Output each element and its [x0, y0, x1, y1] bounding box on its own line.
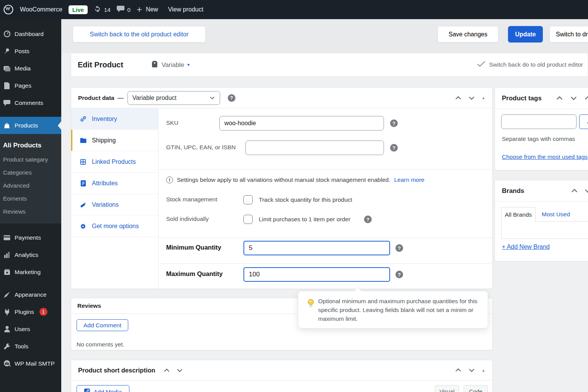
sku-input[interactable]	[219, 116, 384, 131]
sku-help-icon[interactable]: ?	[390, 119, 398, 127]
limit-purchases-checkbox[interactable]	[243, 215, 253, 224]
max-quantity-input[interactable]	[243, 267, 390, 282]
comments-group[interactable]: 0	[117, 6, 131, 14]
admin-bar: WooCommerce Live 14 0 + New View product	[0, 0, 588, 19]
attributes-icon	[79, 180, 87, 187]
min-quantity-row: Minimum Quantity ?	[158, 241, 492, 255]
divider	[495, 109, 588, 109]
updates-group[interactable]: 14	[94, 5, 111, 14]
min-quantity-help-icon[interactable]: ?	[395, 244, 403, 252]
gtin-help-icon[interactable]: ?	[390, 144, 398, 152]
sidebar-item-payments[interactable]: Payments	[0, 229, 61, 246]
sidebar-item-products[interactable]: Products	[0, 117, 61, 134]
short-description-title: Product short description	[78, 367, 155, 374]
sidebar-subitem-advanced[interactable]: Advanced	[0, 179, 61, 192]
track-stock-checkbox[interactable]	[243, 195, 253, 204]
panel-move-down-icon[interactable]	[468, 95, 475, 101]
update-button[interactable]: Update	[508, 26, 543, 42]
tab-linked-products[interactable]: Linked Products	[71, 151, 158, 173]
panel-extra-icon[interactable]	[584, 95, 588, 102]
panel-move-down-icon[interactable]	[570, 95, 577, 102]
product-type-selector[interactable]: Variable ▾	[151, 60, 189, 69]
learn-more-link[interactable]: Learn more	[394, 176, 424, 183]
panel-move-down-icon[interactable]	[468, 367, 475, 374]
max-quantity-row: Maximum Quantity ?	[158, 267, 492, 282]
all-brands-tab[interactable]: All Brands	[501, 207, 536, 222]
min-quantity-input[interactable]	[243, 241, 390, 255]
sidebar-item-dashboard[interactable]: Dashboard	[0, 25, 61, 42]
gtin-input[interactable]	[245, 140, 384, 155]
tab-variations[interactable]: Variations	[71, 194, 158, 216]
sidebar-item-plugins[interactable]: Plugins 1	[0, 303, 61, 320]
panel-move-up-icon[interactable]	[455, 367, 462, 374]
sidebar-subitem-eornents[interactable]: Eornents	[0, 192, 61, 205]
tab-attributes[interactable]: Attributes	[71, 173, 158, 194]
new-button[interactable]: + New	[137, 5, 158, 14]
panel-move-up-icon[interactable]	[556, 95, 563, 102]
sidebar-subitem-product-category[interactable]: Product sategary	[0, 153, 61, 166]
add-tag-button[interactable]: Add	[579, 114, 588, 129]
sidebar-item-posts[interactable]: Posts	[0, 42, 61, 60]
product-data-help-icon[interactable]: ?	[228, 94, 235, 102]
sidebar-item-marketing[interactable]: Marketing	[0, 263, 61, 281]
title-move-up-icon[interactable]	[163, 367, 170, 374]
panel-collapse-icon[interactable]: ▲	[482, 96, 485, 100]
sidebar-item-users[interactable]: Users	[0, 320, 61, 338]
tab-shipping[interactable]: Shipping	[71, 130, 158, 151]
appearance-icon	[2, 291, 11, 298]
most-used-tab[interactable]: Most Used	[542, 211, 570, 218]
lightbulb-icon	[307, 299, 315, 309]
sidebar-item-media[interactable]: Media	[0, 60, 61, 77]
updates-count: 14	[104, 7, 111, 13]
tab-inventory[interactable]: Inventory	[71, 108, 158, 130]
tab-label: Linked Products	[92, 158, 136, 165]
new-label: New	[146, 6, 158, 13]
sold-individually-help-icon[interactable]: ?	[364, 216, 372, 223]
choose-most-used-link[interactable]: Choose from the most used tags	[502, 154, 588, 160]
short-description-header: Product short description ▲	[71, 360, 492, 380]
sidebar-subitem-categories[interactable]: Categories	[0, 166, 61, 179]
sidebar-item-label: Tools	[15, 343, 28, 350]
sidebar-item-comments[interactable]: Comments	[0, 94, 61, 111]
tab-label: Inventory	[92, 116, 117, 122]
visual-tab[interactable]: Visual	[435, 385, 459, 392]
marketing-icon	[2, 269, 11, 275]
add-media-button[interactable]: Add Media	[77, 385, 129, 392]
add-new-brand-link[interactable]: + Add New Brand	[502, 243, 550, 250]
tab-get-more-options[interactable]: Get more options	[71, 216, 158, 237]
sidebar-subitem-all-products[interactable]: Ali Products	[0, 138, 61, 153]
sku-row: SKU ?	[158, 116, 492, 131]
panel-move-up-icon[interactable]	[455, 95, 462, 101]
sidebar-item-tools[interactable]: Tools	[0, 338, 61, 355]
wordpress-logo-icon[interactable]	[3, 4, 14, 15]
min-quantity-label: Minimum Quantity	[166, 244, 221, 251]
sidebar-item-wp-mail-smtp[interactable]: WP Mail SMTP	[0, 355, 61, 372]
site-name[interactable]: WooCommerce	[20, 6, 62, 13]
save-changes-button[interactable]: Save changes	[438, 26, 498, 42]
max-quantity-label: Maximum Quantity	[166, 270, 223, 278]
max-quantity-help-icon[interactable]: ?	[395, 271, 403, 278]
sidebar-subitem-reviews[interactable]: Reviews	[0, 205, 61, 218]
title-move-down-icon[interactable]	[176, 367, 183, 374]
switch-back-note[interactable]: Switch back do to old product editor	[477, 61, 583, 69]
switch-old-editor-button[interactable]: Switch back to the old product editor	[73, 26, 206, 42]
sidebar-item-analytics[interactable]: Analytics	[0, 246, 61, 263]
view-product-link[interactable]: View product	[168, 6, 203, 13]
product-type-select[interactable]: Variable product	[127, 91, 220, 105]
panel-collapse-icon[interactable]: ▲	[482, 368, 485, 372]
tag-input[interactable]	[501, 114, 577, 129]
sidebar-item-pages[interactable]: Pages	[0, 77, 61, 94]
sidebar-item-appearance[interactable]: Appearance	[0, 286, 61, 303]
inventory-form: SKU ? GTIN, UPC, EAN, or ISBN ? i Settin…	[158, 108, 492, 289]
shipping-icon	[79, 137, 87, 144]
add-comment-button[interactable]: Add Comment	[77, 319, 128, 331]
limit-purchases-label: Limit purchases to 1 item per order	[259, 216, 351, 223]
code-tab[interactable]: Code	[464, 385, 488, 392]
sidebar-item-label: Appearance	[15, 291, 47, 298]
comments-count: 0	[127, 7, 131, 13]
linked-products-icon	[79, 158, 87, 165]
panel-move-up-icon[interactable]	[571, 187, 578, 194]
product-type-label: Variable	[162, 61, 184, 69]
panel-move-down-icon[interactable]	[584, 187, 588, 194]
switch-to-draft-button[interactable]: Switch to draft	[549, 26, 588, 42]
